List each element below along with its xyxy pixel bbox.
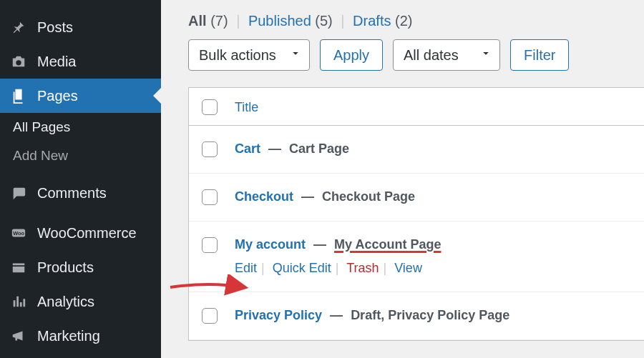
select-all-checkbox[interactable] — [202, 99, 218, 115]
row-checkbox[interactable] — [202, 308, 218, 324]
sidebar-item-products[interactable]: Products — [0, 250, 161, 284]
chevron-down-icon — [479, 47, 492, 64]
filter-button[interactable]: Filter — [510, 39, 569, 71]
sidebar-item-posts[interactable]: Posts — [0, 10, 161, 44]
page-title-link[interactable]: Checkout — [235, 189, 293, 204]
woo-icon: Woo — [10, 224, 27, 242]
page-meta: My Account Page — [334, 237, 441, 252]
filter-all-count: (7) — [210, 13, 228, 29]
filter-published-count: (5) — [315, 13, 332, 29]
page-meta: Checkout Page — [322, 189, 415, 204]
row-checkbox[interactable] — [202, 237, 218, 253]
pages-icon — [10, 87, 27, 104]
sidebar-item-woocommerce[interactable]: Woo WooCommerce — [0, 216, 161, 250]
sidebar-item-label: Media — [37, 54, 76, 70]
filter-drafts-link[interactable]: Drafts — [353, 13, 391, 29]
tablenav-top: Bulk actions Apply All dates Filter — [188, 39, 644, 71]
date-filter-label: All dates — [404, 47, 459, 64]
sidebar-item-label: Comments — [37, 185, 107, 202]
sidebar-item-media[interactable]: Media — [0, 44, 161, 79]
action-quick-edit[interactable]: Quick Edit — [273, 261, 331, 275]
main-content: All (7) | Published (5) | Drafts (2) Bul… — [161, 0, 644, 358]
sidebar-item-label: WooCommerce — [37, 225, 137, 242]
row-actions: Edit| Quick Edit| Trash| View — [235, 261, 441, 276]
camera-icon — [10, 53, 27, 70]
sidebar-item-label: Add New — [13, 148, 68, 164]
chevron-down-icon — [289, 47, 302, 64]
action-edit[interactable]: Edit — [235, 261, 257, 275]
sidebar-item-label: Pages — [37, 88, 78, 104]
admin-sidebar: Posts Media Pages All Pages Add New Comm… — [0, 0, 161, 358]
sidebar-item-analytics[interactable]: Analytics — [0, 284, 161, 319]
sidebar-item-add-new[interactable]: Add New — [0, 141, 161, 170]
table-row: Checkout — Checkout Page — [189, 174, 644, 222]
sidebar-item-marketing[interactable]: Marketing — [0, 319, 161, 353]
page-title-link[interactable]: My account — [235, 237, 306, 252]
page-title-link[interactable]: Cart — [235, 141, 260, 156]
pin-icon — [10, 19, 27, 36]
sidebar-item-label: All Pages — [13, 119, 70, 135]
sidebar-item-label: Marketing — [37, 328, 100, 344]
sidebar-item-all-pages[interactable]: All Pages — [0, 113, 161, 141]
sidebar-item-label: Analytics — [37, 294, 94, 310]
page-meta: Cart Page — [289, 141, 349, 156]
table-row: Cart — Cart Page — [189, 126, 644, 174]
page-meta: Draft, Privacy Policy Page — [351, 308, 509, 322]
sidebar-item-comments[interactable]: Comments — [0, 176, 161, 210]
megaphone-icon — [10, 327, 27, 344]
row-checkbox[interactable] — [202, 189, 218, 205]
comment-icon — [10, 184, 27, 202]
table-row: My account — My Account Page Edit| Quick… — [189, 222, 644, 292]
table-row: Privacy Policy — Draft, Privacy Policy P… — [189, 292, 644, 340]
apply-button[interactable]: Apply — [320, 39, 383, 71]
analytics-icon — [10, 293, 27, 310]
filter-published-link[interactable]: Published — [248, 13, 311, 29]
pages-table: Title Cart — Cart Page Checkout — Checko… — [188, 87, 644, 341]
filter-all-label[interactable]: All — [188, 13, 207, 29]
bulk-actions-label: Bulk actions — [199, 47, 276, 64]
page-title-link[interactable]: Privacy Policy — [235, 308, 322, 322]
sidebar-item-label: Products — [37, 259, 94, 276]
action-trash[interactable]: Trash — [346, 261, 379, 275]
table-header-row: Title — [189, 88, 644, 126]
date-filter-select[interactable]: All dates — [393, 39, 500, 71]
row-checkbox[interactable] — [202, 141, 218, 157]
bulk-actions-select[interactable]: Bulk actions — [188, 39, 310, 71]
sidebar-item-label: Posts — [37, 19, 73, 36]
column-title-header[interactable]: Title — [235, 100, 258, 115]
status-filter-links: All (7) | Published (5) | Drafts (2) — [188, 13, 644, 29]
filter-drafts-count: (2) — [395, 13, 412, 29]
sidebar-item-pages[interactable]: Pages — [0, 79, 161, 113]
products-icon — [10, 259, 27, 276]
action-view[interactable]: View — [394, 261, 422, 275]
svg-text:Woo: Woo — [13, 230, 24, 237]
